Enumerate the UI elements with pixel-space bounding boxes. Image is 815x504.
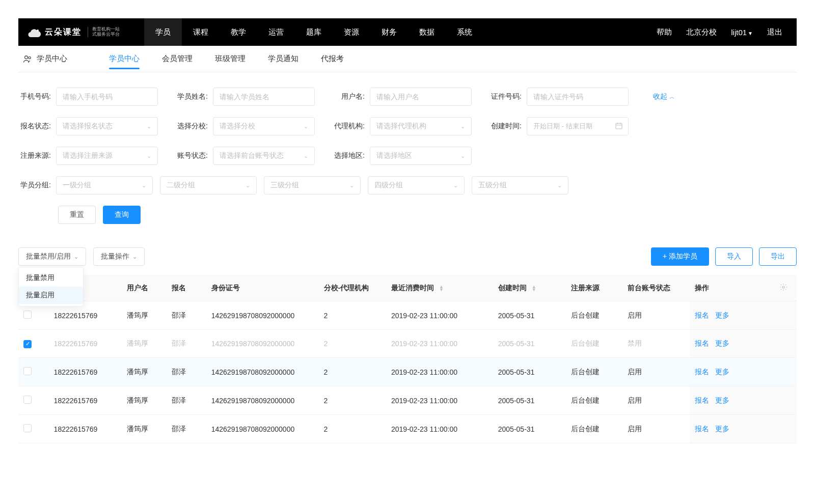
cell-source: 后台创建	[566, 415, 622, 443]
row-action-more[interactable]: 更多	[715, 311, 729, 319]
top-nav-item[interactable]: 财务	[370, 18, 408, 46]
menu-item-bulk-disable[interactable]: 批量禁用	[19, 269, 83, 287]
brand: 云朵课堂 教育机构一站 式服务云平台	[18, 26, 129, 38]
col-header-idno[interactable]: 身份证号	[206, 275, 319, 301]
top-nav-item[interactable]: 运营	[257, 18, 295, 46]
col-header-branch[interactable]: 分校-代理机构	[319, 275, 386, 301]
logout-link[interactable]: 退出	[767, 27, 782, 37]
reset-button[interactable]: 重置	[58, 206, 96, 224]
help-link[interactable]: 帮助	[657, 27, 672, 37]
col-header-consume[interactable]: 最近消费时间 ▲▼	[386, 275, 493, 301]
row-action-enroll[interactable]: 报名	[695, 396, 709, 404]
cell-source: 后台创建	[566, 301, 622, 330]
cell-actions: 报名更多	[690, 358, 797, 386]
filter-create-time: 创建时间: 开始日期 - 结束日期	[489, 117, 629, 135]
cell-enroll: 邵泽	[167, 301, 206, 330]
chevron-down-icon: ⌄	[453, 182, 458, 189]
col-header-source[interactable]: 注册来源	[566, 275, 622, 301]
add-student-button[interactable]: + 添加学员	[651, 247, 709, 266]
bulk-action-dropdown[interactable]: 批量操作 ⌄	[93, 247, 145, 266]
top-nav-item[interactable]: 课程	[182, 18, 220, 46]
bulk-toggle-dropdown[interactable]: 批量禁用/启用 ⌄	[18, 247, 86, 266]
group-level-select[interactable]: 二级分组⌄	[160, 176, 257, 194]
sub-nav-item[interactable]: 会员管理	[151, 46, 204, 72]
top-nav: 云朵课堂 教育机构一站 式服务云平台 学员课程教学运营题库资源财务数据系统 帮助…	[18, 18, 797, 46]
chevron-down-icon: ⌄	[304, 123, 308, 130]
top-nav-item[interactable]: 学员	[144, 18, 182, 46]
row-action-enroll[interactable]: 报名	[695, 311, 709, 319]
cell-enroll: 邵泽	[167, 358, 206, 386]
branch-select[interactable]: 请选择分校⌄	[213, 117, 315, 135]
cell-status: 启用	[622, 386, 690, 415]
cell-username: 潘筠厚	[122, 386, 167, 415]
row-action-more[interactable]: 更多	[715, 339, 729, 347]
cell-branch: 2	[319, 386, 386, 415]
svg-point-2	[29, 57, 31, 59]
row-action-enroll[interactable]: 报名	[695, 425, 709, 433]
search-button[interactable]: 查询	[103, 206, 141, 224]
export-button[interactable]: 导出	[759, 247, 797, 266]
top-nav-item[interactable]: 系统	[446, 18, 483, 46]
top-nav-item[interactable]: 数据	[408, 18, 446, 46]
chevron-down-icon: ⌄	[349, 182, 354, 189]
region-select[interactable]: 请选择地区⌄	[370, 147, 472, 165]
sub-nav-item[interactable]: 学员中心	[98, 46, 151, 72]
group-level-select[interactable]: 三级分组⌄	[264, 176, 361, 194]
cell-actions: 报名更多	[690, 415, 797, 443]
sort-icon[interactable]: ▲▼	[532, 285, 536, 291]
col-header-status[interactable]: 前台账号状态	[622, 275, 690, 301]
row-checkbox[interactable]	[23, 340, 32, 348]
cell-phone: 18222615769	[49, 358, 122, 386]
idno-input[interactable]	[527, 88, 629, 106]
sub-nav-item[interactable]: 代报考	[310, 46, 355, 72]
top-nav-item[interactable]: 资源	[333, 18, 370, 46]
username-input[interactable]	[370, 88, 472, 106]
user-menu[interactable]: lijt01▼	[731, 28, 753, 37]
svg-rect-3	[616, 123, 622, 129]
sub-nav-item[interactable]: 学员通知	[257, 46, 310, 72]
collapse-toggle[interactable]: 收起 ︿	[653, 92, 675, 101]
cell-create: 2005-05-31	[493, 386, 566, 415]
group-level-select[interactable]: 一级分组⌄	[56, 176, 153, 194]
import-button[interactable]: 导入	[715, 247, 753, 266]
cell-status: 启用	[622, 301, 690, 330]
row-action-enroll[interactable]: 报名	[695, 339, 709, 347]
reg-source-select[interactable]: 请选择注册来源⌄	[56, 147, 158, 165]
col-header-enroll[interactable]: 报名	[167, 275, 206, 301]
phone-input[interactable]	[56, 88, 158, 106]
top-nav-item[interactable]: 题库	[295, 18, 333, 46]
sort-icon[interactable]: ▲▼	[439, 285, 444, 291]
cell-idno: 142629198708092000000	[206, 358, 319, 386]
cell-consume: 2019-02-23 11:00:00	[386, 358, 493, 386]
filter-branch: 选择分校: 请选择分校⌄	[175, 117, 315, 135]
col-header-username[interactable]: 用户名	[122, 275, 167, 301]
row-checkbox[interactable]	[23, 424, 32, 432]
row-checkbox[interactable]	[23, 311, 32, 319]
gear-icon[interactable]	[779, 285, 787, 293]
enroll-status-select[interactable]: 请选择报名状态⌄	[56, 117, 158, 135]
group-level-select[interactable]: 五级分组⌄	[472, 176, 568, 194]
name-input[interactable]	[213, 88, 315, 106]
branch-switcher[interactable]: 北京分校	[686, 27, 717, 37]
cell-source: 后台创建	[566, 386, 622, 415]
cell-enroll: 邵泽	[167, 415, 206, 443]
acct-status-select[interactable]: 请选择前台账号状态⌄	[213, 147, 315, 165]
cell-create: 2005-05-31	[493, 330, 566, 358]
menu-item-bulk-enable[interactable]: 批量启用	[19, 287, 83, 304]
col-header-create[interactable]: 创建时间 ▲▼	[493, 275, 566, 301]
top-nav-item[interactable]: 教学	[220, 18, 257, 46]
table-row: 18222615769潘筠厚邵泽142629198708092000000220…	[18, 330, 797, 358]
row-checkbox[interactable]	[23, 367, 32, 375]
cell-status: 启用	[622, 415, 690, 443]
row-checkbox[interactable]	[23, 396, 32, 404]
group-level-select[interactable]: 四级分组⌄	[368, 176, 465, 194]
agency-select[interactable]: 请选择代理机构⌄	[370, 117, 472, 135]
sub-nav-items: 学员中心会员管理班级管理学员通知代报考	[98, 46, 355, 72]
sub-nav-item[interactable]: 班级管理	[204, 46, 257, 72]
row-action-more[interactable]: 更多	[715, 368, 729, 376]
create-time-range[interactable]: 开始日期 - 结束日期	[527, 117, 629, 135]
row-action-enroll[interactable]: 报名	[695, 368, 709, 376]
row-action-more[interactable]: 更多	[715, 425, 729, 433]
row-action-more[interactable]: 更多	[715, 396, 729, 404]
cell-idno: 142629198708092000000	[206, 386, 319, 415]
